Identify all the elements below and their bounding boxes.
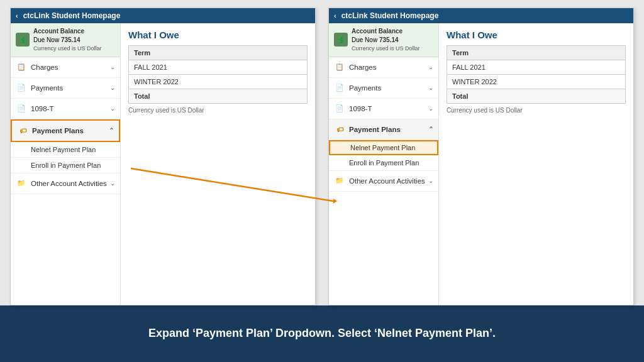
sidebar-subitem-nelnet-left[interactable]: Nelnet Payment Plan [11, 142, 120, 158]
1098t-left: 📄 1098-T [16, 103, 53, 114]
page-wrapper: ‹ ctcLink Student Homepage 💲 Account Bal… [0, 0, 644, 362]
account-balance-box: 💲 Account Balance Due Now 735.14 Currenc… [11, 23, 120, 57]
payments-icon: 📄 [16, 82, 27, 94]
balance-amount-right: 735.14 [379, 36, 399, 43]
sidebar-item-charges[interactable]: 📋 Charges ⌄ [11, 57, 120, 78]
charges-icon-right: 📋 [334, 62, 345, 73]
enroll-label-right: Enroll in Payment Plan [349, 159, 419, 167]
balance-currency: Currency used is US Dollar [33, 45, 102, 53]
1098t-icon: 📄 [16, 103, 27, 114]
payments-label-right: Payments [349, 84, 381, 92]
panels-row: ‹ ctcLink Student Homepage 💲 Account Bal… [0, 0, 644, 305]
fall-2021-right: FALL 2021 [447, 60, 626, 75]
table-row: Total [447, 89, 626, 104]
payments-label: Payments [31, 84, 63, 92]
charges-label-right: Charges [349, 63, 376, 71]
bottom-text: Expand ‘Payment Plan’ Dropdown. Select ‘… [148, 326, 496, 341]
left-panel: ‹ ctcLink Student Homepage 💲 Account Bal… [10, 8, 316, 305]
winter-2022-left: WINTER 2022 [129, 75, 308, 89]
term-header-right: Term [447, 46, 626, 60]
balance-due-now: Due Now 735.14 [33, 36, 102, 45]
other-icon-right: 📁 [334, 175, 345, 187]
1098t-icon-right: 📄 [334, 103, 345, 114]
what-i-owe-title-left: What I Owe [128, 30, 308, 40]
due-now-label-right: Due Now [352, 36, 377, 43]
1098t-chevron: ⌄ [110, 105, 115, 112]
other-icon-left: 📁 [16, 178, 27, 189]
sidebar-item-1098t[interactable]: 📄 1098-T ⌄ [11, 99, 120, 119]
back-arrow-icon-right[interactable]: ‹ [334, 12, 336, 19]
back-arrow-icon[interactable]: ‹ [16, 12, 18, 19]
right-sidebar: 💲 Account Balance Due Now 735.14 Currenc… [329, 23, 439, 305]
table-row: Total [129, 89, 308, 104]
right-main-content: What I Owe Term FALL 2021 W [439, 23, 633, 305]
other-left: 📁 Other Account Activities [16, 178, 107, 189]
payment-plans-left: 🏷 Payment Plans [17, 125, 84, 136]
payment-plans-icon: 🏷 [17, 125, 28, 136]
due-now-label: Due Now [33, 36, 59, 43]
balance-due-now-right: Due Now 735.14 [352, 36, 420, 45]
currency-note-right: Currency used is US Dollar [447, 107, 626, 114]
enroll-label-left: Enroll in Payment Plan [31, 162, 101, 169]
left-panel-body: 💲 Account Balance Due Now 735.14 Currenc… [11, 23, 315, 305]
left-sidebar: 💲 Account Balance Due Now 735.14 Currenc… [11, 23, 121, 305]
sidebar-item-payments[interactable]: 📄 Payments ⌄ [11, 78, 120, 99]
balance-text-right: Account Balance Due Now 735.14 Currency … [352, 27, 420, 53]
nelnet-label-right: Nelnet Payment Plan [350, 144, 415, 151]
payments-icon-right: 📄 [334, 82, 345, 94]
charges-label: Charges [31, 63, 58, 71]
table-row: WINTER 2022 [129, 75, 308, 89]
owe-table-right: Term FALL 2021 WINTER 2022 Total [447, 45, 626, 104]
balance-title-right: Account Balance [352, 27, 420, 36]
balance-icon-right: 💲 [334, 33, 348, 47]
1098t-left-right: 📄 1098-T [334, 103, 372, 114]
1098t-label-right: 1098-T [349, 105, 372, 112]
charges-left-right: 📋 Charges [334, 62, 376, 73]
nelnet-label-left: Nelnet Payment Plan [31, 146, 96, 153]
balance-icon: 💲 [16, 33, 30, 47]
sidebar-item-charges-right[interactable]: 📋 Charges ⌄ [329, 57, 438, 78]
right-panel: ‹ ctcLink Student Homepage 💲 Account Bal… [328, 8, 634, 305]
total-left: Total [129, 89, 308, 104]
payments-chevron: ⌄ [110, 84, 115, 91]
payment-plans-chevron-right: ⌃ [428, 126, 433, 133]
balance-currency-right: Currency used is US Dollar [352, 45, 420, 53]
bottom-bar: Expand ‘Payment Plan’ Dropdown. Select ‘… [0, 305, 644, 362]
currency-note-left: Currency used is US Dollar [128, 107, 308, 114]
table-row: WINTER 2022 [447, 75, 626, 89]
1098t-chevron-right: ⌄ [428, 105, 433, 112]
sidebar-item-1098t-right[interactable]: 📄 1098-T ⌄ [329, 99, 438, 119]
right-panel-header: ‹ ctcLink Student Homepage [329, 8, 633, 23]
1098t-label: 1098-T [31, 105, 53, 112]
sidebar-item-other-left[interactable]: 📁 Other Account Activities ⌄ [11, 173, 120, 194]
sidebar-subitem-enroll-right[interactable]: Enroll in Payment Plan [329, 155, 438, 171]
payments-left: 📄 Payments [16, 82, 63, 94]
right-panel-title: ctcLink Student Homepage [341, 11, 439, 20]
right-panel-body: 💲 Account Balance Due Now 735.14 Currenc… [329, 23, 633, 305]
left-panel-title: ctcLink Student Homepage [23, 11, 121, 20]
left-main-content: What I Owe Term FALL 2021 W [121, 23, 315, 305]
fall-2021-left: FALL 2021 [129, 60, 308, 75]
other-chevron-right: ⌄ [428, 177, 433, 184]
charges-icon: 📋 [16, 62, 27, 73]
other-left-right: 📁 Other Account Activities [334, 175, 425, 187]
sidebar-item-other-right[interactable]: 📁 Other Account Activities ⌄ [329, 171, 438, 192]
payments-chevron-right: ⌄ [428, 84, 433, 91]
sidebar-item-payment-plans[interactable]: 🏷 Payment Plans ⌃ [11, 119, 120, 142]
sidebar-subitem-nelnet-right[interactable]: Nelnet Payment Plan [329, 140, 438, 155]
total-right: Total [447, 89, 626, 104]
charges-chevron: ⌄ [110, 63, 115, 70]
other-label-right: Other Account Activities [349, 177, 425, 185]
charges-left: 📋 Charges [16, 62, 58, 73]
payment-plans-left-right: 🏷 Payment Plans [334, 124, 401, 135]
payments-left-right: 📄 Payments [334, 82, 381, 94]
term-header-left: Term [129, 46, 308, 60]
left-panel-header: ‹ ctcLink Student Homepage [11, 8, 315, 23]
sidebar-item-payment-plans-right[interactable]: 🏷 Payment Plans ⌃ [329, 119, 438, 140]
balance-amount: 735.14 [61, 36, 80, 43]
payment-plans-icon-right: 🏷 [334, 124, 345, 135]
sidebar-subitem-enroll-left[interactable]: Enroll in Payment Plan [11, 158, 120, 173]
payment-plans-label-right: Payment Plans [349, 126, 401, 133]
sidebar-item-payments-right[interactable]: 📄 Payments ⌄ [329, 78, 438, 99]
other-chevron-left: ⌄ [110, 180, 115, 187]
